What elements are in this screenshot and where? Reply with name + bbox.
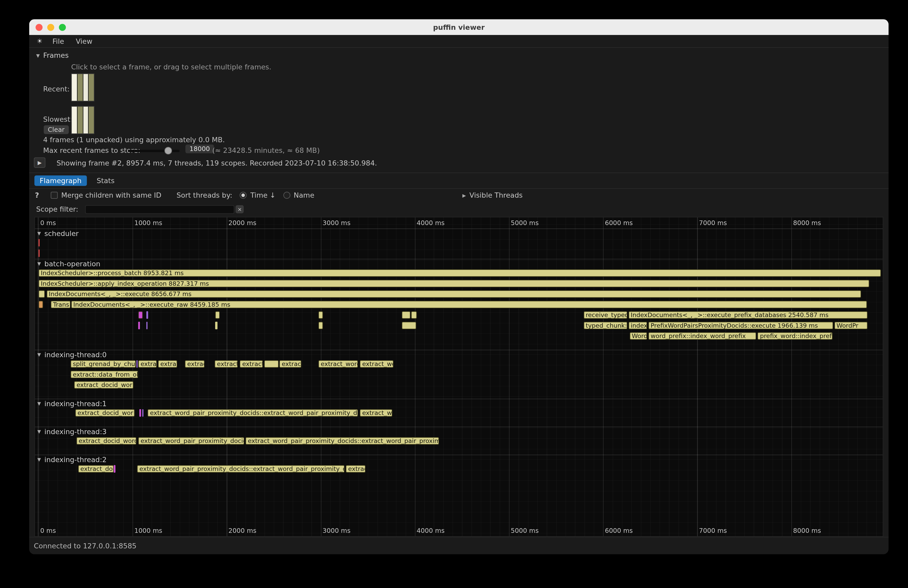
scope-bar[interactable]	[319, 312, 323, 319]
frame-thumbnail-bar[interactable]	[89, 74, 94, 101]
scope-bar[interactable]: extract_word_pair_proximity_docids::extr…	[148, 409, 358, 417]
scope-bar[interactable]	[138, 312, 143, 319]
scope-bar[interactable]	[137, 360, 138, 368]
time-axis-tick: 3000 ms	[323, 527, 351, 534]
clear-filter-button[interactable]: ×	[235, 205, 244, 214]
recent-frames-thumbnail[interactable]	[71, 74, 95, 101]
scope-bar[interactable]: IndexDocuments<_, _>::execute_raw 8459.1…	[71, 301, 867, 308]
scope-bar[interactable]: extract_word	[319, 360, 358, 368]
scope-bar[interactable]	[39, 239, 40, 247]
play-button[interactable]: ▶	[34, 157, 46, 168]
scope-bar[interactable]: extract_word_pair_proximity_docids	[138, 437, 245, 445]
scope-bar[interactable]: extra	[158, 360, 177, 368]
scope-bar[interactable]: WordPr	[834, 322, 868, 329]
frames-collapse-header[interactable]: ▼ Frames	[36, 51, 69, 59]
scope-bar[interactable]: IndexScheduler>::apply_index_operation 8…	[39, 280, 869, 287]
scope-bar[interactable]: prefix_word::index_prefix_wo	[758, 333, 833, 340]
time-axis-tick: 8000 ms	[793, 527, 821, 534]
scope-bar[interactable]: Word	[629, 333, 647, 340]
menu-view[interactable]: View	[71, 36, 97, 47]
scope-bar[interactable]	[114, 465, 116, 473]
frame-thumbnail-bar[interactable]	[89, 107, 94, 134]
slowest-frames-thumbnail[interactable]	[71, 106, 95, 134]
thread-collapse-header[interactable]: ▼indexing-thread:0	[35, 350, 883, 359]
scope-bar[interactable]	[39, 301, 43, 308]
scope-bar[interactable]: IndexDocuments<_, _>::execute_prefix_dat…	[628, 312, 868, 319]
frame-thumbnail-bar[interactable]	[72, 107, 77, 134]
scope-bar[interactable]	[411, 312, 417, 319]
max-frames-slider[interactable]	[128, 150, 180, 152]
scope-bar[interactable]: extract_docid_wor	[74, 381, 134, 389]
frame-thumbnail-bar[interactable]	[72, 74, 77, 101]
scope-bar[interactable]: extract_	[138, 360, 157, 368]
scope-bar[interactable]	[138, 322, 140, 329]
scope-bar[interactable]: extract::data_from_ob	[71, 371, 138, 378]
sun-icon: ☀	[37, 37, 42, 45]
thread-name: batch-operation	[44, 260, 100, 268]
scope-bar[interactable]: extract_wo	[360, 409, 392, 417]
scope-filter-label: Scope filter:	[36, 205, 78, 214]
scope-bar[interactable]	[264, 360, 279, 368]
merge-checkbox[interactable]	[51, 192, 58, 199]
scope-bar[interactable]: extract_doc	[78, 465, 114, 473]
tab-flamegraph[interactable]: Flamegraph	[34, 175, 87, 186]
thread-collapse-header[interactable]: ▼indexing-thread:1	[35, 399, 883, 408]
scope-bar[interactable]	[39, 249, 40, 257]
slider-knob[interactable]	[164, 147, 172, 154]
scope-bar[interactable]: PrefixWordPairsProximityDocids::execute …	[648, 322, 833, 329]
frame-thumbnail-bar[interactable]	[83, 107, 89, 134]
frame-thumbnail-bar[interactable]	[77, 107, 83, 134]
scope-bar[interactable]: receive_typed_	[583, 312, 627, 319]
theme-toggle-button[interactable]: ☀	[34, 37, 46, 46]
scope-bar[interactable]: IndexScheduler>::process_batch 8953.821 …	[39, 269, 881, 277]
help-button[interactable]: ?	[35, 191, 39, 199]
scope-bar[interactable]: extract_	[240, 360, 263, 368]
clear-button[interactable]: Clear	[44, 125, 69, 134]
scope-bar[interactable]	[39, 290, 45, 298]
sort-time-label[interactable]: Time ↓	[250, 191, 275, 199]
scope-bar[interactable]: split_grenad_by_chun	[71, 360, 136, 368]
scope-bar[interactable]: extract_docid_word	[76, 437, 136, 445]
thread-section: ▼batch-operationIndexScheduler>::process…	[35, 259, 883, 350]
scope-bar[interactable]	[139, 409, 141, 417]
controls-row: ? Merge children with same ID Sort threa…	[29, 189, 889, 202]
scope-bar[interactable]: word_prefix::index_word_prefix	[648, 333, 757, 340]
scope-bar[interactable]: extrac	[185, 360, 205, 368]
sort-name-label[interactable]: Name	[294, 191, 314, 199]
menu-file[interactable]: File	[48, 36, 69, 47]
scope-bar[interactable]	[147, 322, 147, 329]
visible-threads-collapser[interactable]: ▶ Visible Threads	[462, 191, 523, 199]
scope-bar[interactable]: extract_word_pair_proximity_docids::extr…	[245, 437, 439, 445]
scope-bar[interactable]: extract_wo	[360, 360, 394, 368]
scope-bar[interactable]: extract_docid_wor	[75, 409, 135, 417]
scope-bar[interactable]	[402, 322, 416, 329]
sort-name-radio[interactable]	[283, 192, 290, 199]
scope-bar[interactable]	[402, 312, 411, 319]
scope-filter-input[interactable]	[85, 205, 235, 214]
scope-bar[interactable]	[215, 322, 217, 329]
tab-stats[interactable]: Stats	[94, 175, 117, 186]
thread-collapse-header[interactable]: ▼batch-operation	[35, 259, 883, 268]
thread-collapse-header[interactable]: ▼indexing-thread:3	[35, 427, 883, 436]
scope-bar[interactable]	[215, 312, 219, 319]
time-axis-tick: 5000 ms	[511, 527, 539, 534]
merge-label[interactable]: Merge children with same ID	[61, 191, 161, 199]
scope-bar[interactable]: extrac	[346, 465, 365, 473]
max-frames-value[interactable]: 18000	[185, 145, 214, 153]
scope-bar[interactable]	[147, 312, 148, 319]
thread-collapse-header[interactable]: ▼scheduler	[35, 229, 883, 238]
scope-bar[interactable]: typed_chunk::w	[583, 322, 627, 329]
sort-time-radio[interactable]	[240, 192, 247, 199]
thread-collapse-header[interactable]: ▼indexing-thread:2	[35, 455, 883, 464]
scope-bar[interactable]: extract_	[214, 360, 238, 368]
flamegraph-canvas[interactable]: 0 ms1000 ms2000 ms3000 ms4000 ms5000 ms6…	[34, 217, 883, 537]
scope-bar[interactable]: Trans	[51, 301, 71, 308]
frame-thumbnail-bar[interactable]	[83, 74, 89, 101]
scope-bar[interactable]: IndexDocuments<_, _>::execute 8656.677 m…	[47, 290, 861, 298]
scope-bar[interactable]: extract	[279, 360, 301, 368]
scope-bar[interactable]	[142, 409, 143, 417]
frame-thumbnail-bar[interactable]	[77, 74, 83, 101]
scope-bar[interactable]: extract_word_pair_proximity_docids::extr…	[137, 465, 345, 473]
scope-bar[interactable]: index	[628, 322, 647, 329]
scope-bar[interactable]	[319, 322, 323, 329]
